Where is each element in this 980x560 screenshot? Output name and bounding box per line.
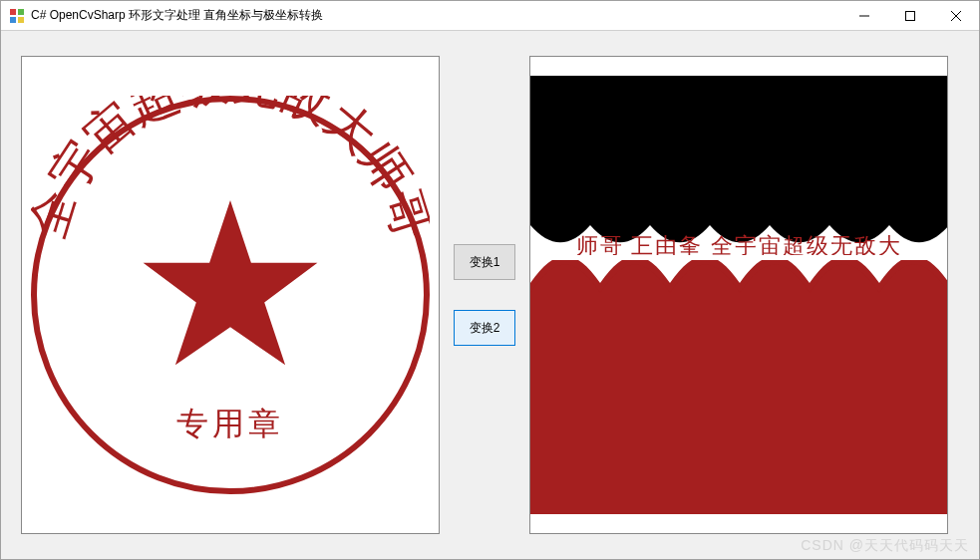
svg-rect-0 (10, 9, 16, 15)
unwrapped-image: 师哥 㠪由夆 全宇宙超级无敌大 (530, 76, 947, 514)
result-image-panel: 师哥 㠪由夆 全宇宙超级无敌大 (529, 56, 948, 534)
window-controls (841, 1, 979, 30)
window-title: C# OpenCvSharp 环形文字处理 直角坐标与极坐标转换 (31, 7, 323, 24)
transform1-button[interactable]: 变换1 (454, 244, 515, 280)
star-icon (136, 191, 325, 381)
minimize-button[interactable] (841, 1, 887, 30)
app-icon (9, 8, 25, 24)
titlebar-left: C# OpenCvSharp 环形文字处理 直角坐标与极坐标转换 (9, 7, 323, 24)
seal-bottom-text: 专用章 (176, 403, 284, 446)
titlebar: C# OpenCvSharp 环形文字处理 直角坐标与极坐标转换 (1, 1, 979, 31)
client-area: 全宇宙超级无敌大师哥 专用章 变换1 变换2 师哥 㠪由 (1, 31, 979, 559)
svg-rect-1 (18, 9, 24, 15)
scallop-white-gap (530, 255, 948, 305)
svg-marker-9 (144, 200, 318, 365)
source-image-panel: 全宇宙超级无敌大师哥 专用章 (21, 56, 440, 534)
maximize-button[interactable] (887, 1, 933, 30)
svg-rect-2 (10, 17, 16, 23)
watermark-text: CSDN @天天代码码天天 (801, 537, 969, 555)
svg-rect-3 (18, 17, 24, 23)
close-button[interactable] (933, 1, 979, 30)
seal-stamp: 全宇宙超级无敌大师哥 专用章 (31, 96, 430, 494)
unwrapped-black-region (530, 76, 947, 205)
main-window: C# OpenCvSharp 环形文字处理 直角坐标与极坐标转换 (0, 0, 980, 560)
transform2-button[interactable]: 变换2 (454, 310, 515, 346)
transform-buttons: 变换1 变换2 (454, 244, 515, 346)
svg-rect-5 (906, 11, 915, 20)
